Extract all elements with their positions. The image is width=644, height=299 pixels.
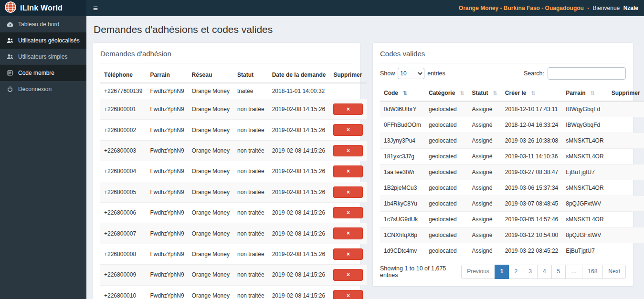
power-icon (6, 86, 13, 93)
request-statut: traitée (233, 83, 268, 99)
col-statut[interactable]: Statut⇅ (468, 85, 501, 101)
delete-request-button[interactable]: × (333, 207, 363, 218)
datatable-controls: Show 10 entries Search: (380, 67, 626, 80)
sidebar-item-utilisateurs-simples[interactable]: Utilisateurs simples (0, 49, 86, 65)
delete-request-button[interactable]: × (333, 186, 363, 198)
delete-request-button[interactable]: × (333, 227, 363, 239)
code-delete-cell (608, 180, 644, 196)
col-supprimer: Supprimer (329, 67, 367, 83)
request-delete-cell: × (329, 202, 367, 223)
pagination-page-2[interactable]: 2 (509, 265, 524, 279)
request-row: +22677600139 FwdhzYphN9 Orange Money tra… (100, 83, 367, 99)
sidebar-item-code-membre[interactable]: Code membre (0, 65, 86, 81)
sort-icon: ⇅ (460, 90, 464, 96)
sidebar-item-label: Utilisateurs simples (18, 53, 67, 60)
request-parrain: FwdhzYphN9 (146, 182, 188, 202)
pagination-page-1[interactable]: 1 (495, 265, 509, 279)
requests-panel: Demandes d'adhésion Téléphone Parrain Ré… (93, 42, 360, 299)
col-label: Code (384, 90, 398, 96)
delete-request-button[interactable]: × (333, 290, 363, 299)
page-size-select[interactable]: 10 (398, 68, 424, 79)
request-statut: non traitée (233, 223, 268, 244)
delete-request-button[interactable]: × (333, 124, 363, 135)
code-delete-cell (608, 101, 644, 117)
code-statut: Assigné (468, 101, 501, 117)
code-categorie: geolocated (425, 180, 468, 196)
requests-panel-title: Demandes d'adhésion (100, 48, 353, 63)
sidebar-item-deconnexion[interactable]: Déconnexion (0, 81, 86, 97)
col-parrain: Parrain (146, 67, 188, 83)
code-value: 1CNXhfqX6p (380, 227, 425, 243)
request-statut: non traitée (233, 285, 268, 299)
code-parrain: EjBuTjgtU7 (562, 165, 607, 180)
col-code[interactable]: Code⇅ (380, 85, 425, 101)
col-supprimer[interactable]: Supprimer⇅ (608, 85, 644, 101)
code-row: 0dW36UfbrY geolocated Assigné 2018-12-10… (380, 101, 644, 117)
code-delete-cell (608, 149, 644, 165)
sidebar-menu: Tableau de bord Utilisateurs géolocalisé… (0, 16, 86, 97)
sidebar-item-utilisateurs-geolocalises[interactable]: Utilisateurs géolocalisés (0, 32, 86, 49)
delete-request-button[interactable]: × (333, 248, 363, 260)
request-reseau: Orange Money (188, 202, 233, 223)
request-date: 2019-02-08 14:15:26 (268, 285, 330, 299)
delete-request-button[interactable]: × (333, 145, 363, 156)
pagination-page-3[interactable]: 3 (523, 265, 538, 279)
request-statut: non traitée (233, 182, 268, 202)
request-date: 2019-02-08 14:15:26 (268, 265, 330, 285)
request-reseau: Orange Money (188, 182, 233, 202)
code-parrain: sMNSKTL4OR (562, 133, 607, 149)
request-parrain: FwdhzYphN9 (146, 202, 188, 223)
org-label: Orange Money - Burkina Faso - Ouagadougo… (459, 5, 584, 11)
pagination-page-168[interactable]: 168 (582, 265, 603, 279)
col-label: Supprimer (612, 90, 640, 96)
request-row: +226800005 FwdhzYphN9 Orange Money non t… (100, 182, 367, 202)
datatable-footer: Showing 1 to 10 of 1,675 entries Previou… (380, 265, 626, 279)
col-parrain[interactable]: Parrain⇅ (562, 85, 607, 101)
request-phone: +226800010 (100, 285, 146, 299)
code-parrain: IBWqyGbqFd (562, 117, 607, 133)
request-reseau: Orange Money (188, 285, 233, 299)
col-creer-le[interactable]: Créer le⇅ (501, 85, 562, 101)
code-statut: Assigné (468, 165, 501, 180)
code-parrain: 8pQJGFxtWV (562, 227, 607, 243)
request-date: 2019-02-08 14:15:26 (268, 244, 330, 264)
pagination-previous[interactable]: Previous (461, 265, 495, 279)
request-statut: non traitée (233, 265, 268, 285)
search-label: Search: (524, 70, 544, 77)
pagination-next[interactable]: Next (602, 265, 626, 279)
sidebar-toggle-button[interactable]: ≡ (93, 4, 98, 12)
close-icon: × (347, 106, 350, 113)
entries-label: entries (427, 70, 445, 77)
code-delete-cell (608, 133, 644, 149)
pagination-page-4[interactable]: 4 (537, 265, 552, 279)
code-categorie: geolocated (425, 227, 468, 243)
code-categorie: geolocated (425, 196, 468, 212)
code-date: 2019-03-07 08:48:45 (501, 196, 562, 212)
code-statut: Assigné (468, 227, 501, 243)
col-categorie[interactable]: Catégorie⇅ (425, 85, 468, 101)
code-statut: Assigné (468, 117, 501, 133)
col-label: Statut (472, 90, 488, 96)
request-phone: +22677600139 (100, 83, 146, 99)
request-reseau: Orange Money (188, 265, 233, 285)
separator: - (587, 5, 589, 11)
code-parrain: 8pQJGFxtWV (562, 196, 607, 212)
delete-request-button[interactable]: × (333, 165, 363, 177)
code-parrain: sMNSKTL4OR (562, 180, 607, 196)
request-phone: +226800002 (100, 120, 146, 140)
delete-request-button[interactable]: × (333, 103, 363, 115)
show-label: Show (380, 70, 395, 77)
code-row: 1B2pjeMCu3 geolocated Assigné 2019-03-06… (380, 180, 644, 196)
pagination-page-5[interactable]: 5 (551, 265, 566, 279)
codes-table: Code⇅ Catégorie⇅ Statut⇅ Créer le⇅ Parra… (380, 85, 644, 258)
brand[interactable]: iLink World (0, 0, 86, 16)
sidebar-item-dashboard[interactable]: Tableau de bord (0, 16, 86, 32)
search-input[interactable] (548, 67, 626, 80)
request-statut: non traitée (233, 244, 268, 264)
request-delete-cell: × (329, 265, 367, 285)
close-icon: × (347, 168, 350, 175)
delete-request-button[interactable]: × (333, 269, 363, 280)
code-row: 0FFhBudOOm geolocated Assigné 2018-12-04… (380, 117, 644, 133)
request-reseau: Orange Money (188, 140, 233, 161)
sidebar-item-label: Tableau de bord (18, 21, 59, 28)
